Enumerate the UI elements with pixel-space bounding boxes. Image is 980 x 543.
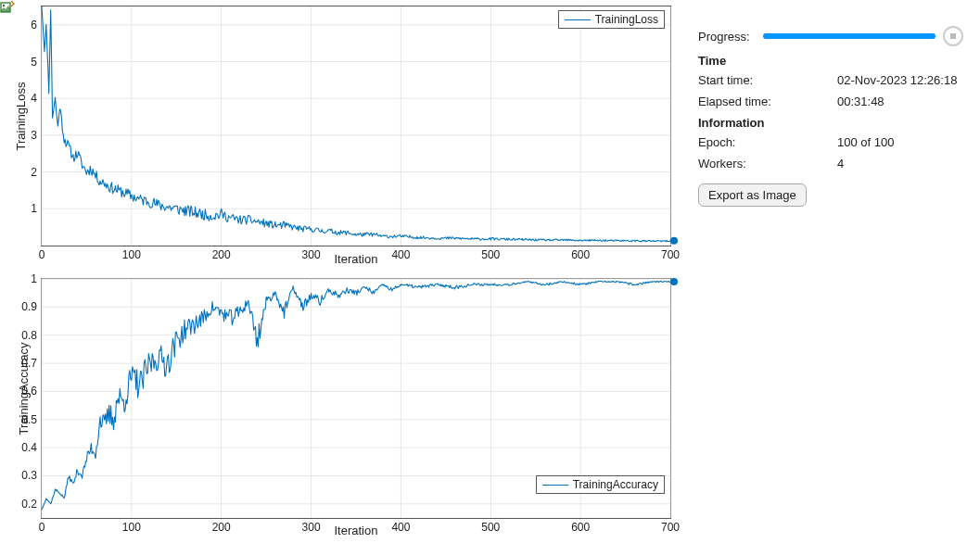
accuracy-legend: TrainingAccuracy xyxy=(536,475,665,494)
workers-value: 4 xyxy=(837,157,844,170)
svg-text:4: 4 xyxy=(31,92,37,105)
legend-line-icon xyxy=(542,485,568,486)
svg-text:0.2: 0.2 xyxy=(21,498,37,511)
export-image-icon xyxy=(0,0,15,15)
stop-button[interactable] xyxy=(943,26,963,46)
svg-text:1: 1 xyxy=(31,272,37,285)
info-panel: Progress: Time Start time: 02-Nov-2023 1… xyxy=(681,0,980,543)
svg-text:0.3: 0.3 xyxy=(21,469,37,482)
start-time-value: 02-Nov-2023 12:26:18 xyxy=(837,73,957,87)
export-image-button[interactable]: Export as Image xyxy=(698,183,807,207)
legend-line-icon xyxy=(565,19,591,20)
chart-area: 1234560100200300400500600700 TrainingLos… xyxy=(0,0,681,543)
elapsed-time-value: 00:31:48 xyxy=(837,95,885,108)
svg-text:3: 3 xyxy=(31,129,37,142)
progress-fill xyxy=(763,33,935,39)
svg-text:1: 1 xyxy=(31,202,37,215)
elapsed-time-label: Elapsed time: xyxy=(698,95,837,108)
loss-ylabel: TrainingLoss xyxy=(14,70,28,163)
svg-point-63 xyxy=(670,278,678,285)
epoch-label: Epoch: xyxy=(698,135,837,149)
progress-bar xyxy=(763,33,935,39)
time-header: Time xyxy=(698,54,963,68)
stop-icon xyxy=(950,33,956,39)
info-header: Information xyxy=(698,116,963,130)
loss-chart: 1234560100200300400500600700 TrainingLos… xyxy=(41,6,671,246)
epoch-value: 100 of 100 xyxy=(837,135,894,149)
workers-label: Workers: xyxy=(698,157,837,170)
export-label: Export as Image xyxy=(708,188,796,202)
svg-text:2: 2 xyxy=(31,166,37,179)
loss-xlabel: Iteration xyxy=(41,252,671,266)
svg-point-28 xyxy=(670,237,678,245)
progress-label: Progress: xyxy=(698,30,763,44)
svg-text:5: 5 xyxy=(31,56,37,69)
svg-point-65 xyxy=(3,5,5,6)
accuracy-xlabel: Iteration xyxy=(41,524,671,537)
accuracy-chart: 0.20.30.40.50.60.70.80.91010020030040050… xyxy=(41,278,671,519)
accuracy-ylabel: TrainingAccuracy xyxy=(17,329,31,449)
svg-text:0.9: 0.9 xyxy=(21,300,37,313)
loss-legend: TrainingLoss xyxy=(558,10,665,29)
legend-label: TrainingAccuracy xyxy=(573,478,658,491)
svg-text:6: 6 xyxy=(31,19,37,32)
start-time-label: Start time: xyxy=(698,73,837,87)
legend-label: TrainingLoss xyxy=(595,13,658,26)
